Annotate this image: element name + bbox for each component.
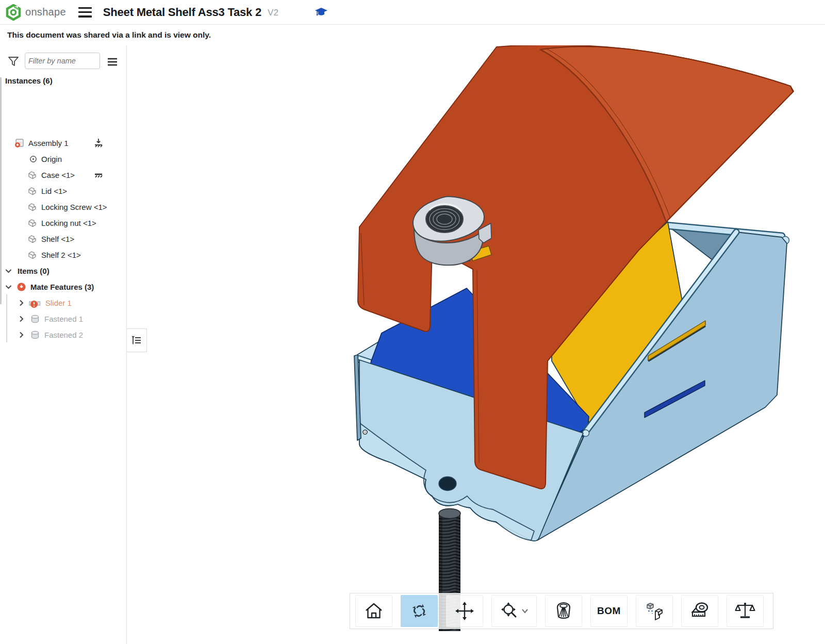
tree-row-slider1[interactable]: Slider 1 — [0, 295, 126, 311]
rotate-icon — [409, 601, 430, 621]
section-view-button[interactable] — [545, 595, 582, 627]
part-icon — [27, 170, 37, 180]
chevron-right-icon[interactable] — [17, 315, 26, 323]
origin-icon — [29, 155, 37, 163]
tree-section-mate-features[interactable]: Mate Features (3) — [0, 279, 126, 295]
tree-panel-toggle[interactable] — [127, 328, 147, 352]
filter-icon[interactable] — [7, 55, 20, 68]
onshape-logo-icon[interactable] — [5, 4, 22, 21]
part-icon — [27, 218, 37, 228]
list-view-icon[interactable] — [106, 56, 119, 68]
tree-label: Assembly 1 — [28, 139, 69, 147]
tree-structure-icon — [131, 335, 142, 346]
pan-button[interactable] — [446, 595, 483, 627]
tree-row-assembly[interactable]: Assembly 1 — [0, 135, 126, 151]
measure-icon — [688, 601, 711, 621]
mate-features-header: Mate Features (3) — [30, 283, 94, 291]
banner-message: This document was shared via a link and … — [7, 30, 211, 40]
case-flange-hole — [439, 477, 456, 491]
tree-row-origin[interactable]: Origin — [0, 151, 126, 167]
mate-error-icon — [16, 282, 26, 292]
assembly-icon — [14, 138, 24, 148]
chevron-right-icon[interactable] — [17, 331, 26, 339]
part-icon — [27, 250, 37, 260]
chevron-down-icon[interactable] — [521, 608, 529, 614]
tree-indent-guide — [6, 294, 7, 342]
part-icon — [27, 186, 37, 196]
zoom-button[interactable] — [491, 595, 537, 627]
view-only-banner: This document was shared via a link and … — [0, 25, 825, 45]
fastened-mate-icon — [30, 330, 40, 340]
bom-button[interactable]: BOM — [590, 595, 628, 627]
home-view-button[interactable] — [355, 595, 392, 627]
exploded-view-button[interactable] — [636, 595, 673, 627]
chevron-down-icon[interactable] — [4, 267, 13, 275]
tree-row-locking-screw[interactable]: Locking Screw <1> — [0, 199, 126, 215]
tree-label: Locking Screw <1> — [41, 203, 107, 211]
slider-mate-icon — [29, 298, 41, 308]
nut-hole — [426, 206, 463, 233]
tree-label: Shelf 2 <1> — [41, 251, 81, 259]
part-icon — [27, 202, 37, 212]
section-view-icon — [553, 601, 574, 621]
ground-icon[interactable] — [93, 138, 104, 148]
tree-row-lid[interactable]: Lid <1> — [0, 183, 126, 199]
mass-properties-icon — [734, 601, 756, 621]
tree-label: Origin — [41, 155, 62, 163]
instances-header: Instances (6) — [5, 76, 53, 85]
tree-section-items[interactable]: Items (0) — [0, 263, 126, 279]
tree-label: Shelf <1> — [41, 235, 74, 243]
fastened-mate-icon — [30, 314, 40, 324]
document-title: Sheet Metal Shelf Ass3 Task 2 — [103, 6, 261, 19]
tree-row-locking-nut[interactable]: Locking nut <1> — [0, 215, 126, 231]
tree-row-shelf2[interactable]: Shelf 2 <1> — [0, 247, 126, 263]
tree-row-shelf[interactable]: Shelf <1> — [0, 231, 126, 247]
rotate-button[interactable] — [401, 595, 438, 627]
items-header: Items (0) — [18, 267, 50, 275]
mass-properties-button[interactable] — [727, 595, 764, 627]
document-version: V2 — [268, 8, 278, 18]
tree-label: Fastened 1 — [44, 315, 83, 323]
tree-label: Lid <1> — [41, 187, 67, 195]
tree-row-case[interactable]: Case <1> — [0, 167, 126, 183]
logo-text: onshape — [25, 6, 66, 18]
chevron-right-icon[interactable] — [17, 299, 26, 307]
tree-label: Fastened 2 — [44, 331, 83, 339]
view-toolbar: BOM — [350, 593, 773, 629]
tree-row-fastened2[interactable]: Fastened 2 — [0, 327, 126, 343]
pan-icon — [454, 601, 475, 621]
tree-label: Case <1> — [41, 171, 75, 179]
menu-icon[interactable] — [78, 7, 92, 18]
exploded-view-icon — [643, 601, 666, 621]
part-icon — [27, 234, 37, 244]
filter-input[interactable] — [25, 53, 100, 69]
education-icon[interactable] — [315, 6, 328, 20]
instances-tree: Assembly 1 Origin Case <1> — [0, 135, 126, 343]
home-icon — [364, 602, 384, 620]
origin-marker — [363, 430, 367, 434]
tree-label: Slider 1 — [45, 299, 72, 307]
chevron-down-icon[interactable] — [4, 283, 13, 291]
assembly-sidebar: Instances (6) Assembly 1 — [0, 45, 127, 644]
fixed-icon[interactable] — [93, 170, 104, 180]
measure-button[interactable] — [681, 595, 718, 627]
tree-row-fastened1[interactable]: Fastened 1 — [0, 311, 126, 327]
tree-label: Locking nut <1> — [41, 219, 96, 227]
bom-label: BOM — [597, 605, 621, 617]
zoom-orbit-icon — [500, 601, 518, 621]
app-header: onshape Sheet Metal Shelf Ass3 Task 2 V2 — [0, 0, 825, 25]
